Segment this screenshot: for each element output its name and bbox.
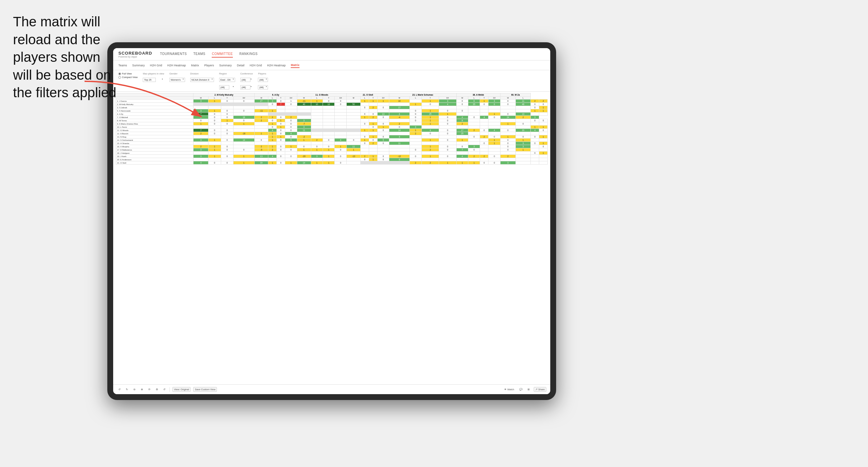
matrix-cell: 0 bbox=[234, 99, 254, 103]
matrix-cell: 1 bbox=[422, 99, 439, 103]
sub-nav-detail[interactable]: Detail bbox=[237, 63, 245, 68]
refresh-button[interactable]: ⟳ bbox=[147, 387, 152, 392]
player-name-cell: 14. S Srichantamit bbox=[116, 138, 193, 142]
watch-button[interactable]: 👁 Watch bbox=[503, 387, 516, 392]
settings-button[interactable]: ⚙ bbox=[154, 387, 159, 392]
zoom-out-button[interactable]: ⊖ bbox=[132, 387, 137, 392]
matrix-cell bbox=[409, 106, 422, 109]
save-custom-button[interactable]: Save Custom View bbox=[193, 387, 217, 392]
matrix-cell: 27 bbox=[254, 99, 268, 103]
sub-t6: T bbox=[480, 97, 489, 99]
max-players-select[interactable]: Top 25 bbox=[143, 78, 156, 82]
compact-view-radio[interactable]: Compact View bbox=[118, 76, 137, 79]
sub-nav-matrix-1[interactable]: Matrix bbox=[191, 63, 199, 68]
matrix-cell: 2 bbox=[516, 116, 531, 119]
matrix-cell: 0 bbox=[208, 116, 221, 119]
matrix-cell bbox=[297, 113, 311, 116]
matrix-cell bbox=[422, 152, 439, 155]
sub-nav-matrix-2[interactable]: Matrix bbox=[291, 63, 300, 68]
matrix-cell: 13 bbox=[254, 155, 268, 158]
sub-nav-players[interactable]: Players bbox=[204, 63, 214, 68]
sub-nav-h2h-grid-1[interactable]: H2H Grid bbox=[150, 63, 162, 68]
matrix-cell: 0 bbox=[456, 109, 468, 113]
matrix-cell: 1 bbox=[531, 126, 539, 129]
matrix-cell bbox=[361, 119, 369, 122]
sub-nav-h2h-heatmap-2[interactable]: H2H Heatmap bbox=[267, 63, 285, 68]
nav-item-committee[interactable]: COMMITTEE bbox=[212, 51, 233, 58]
matrix-cell bbox=[361, 145, 369, 148]
matrix-cell: 3 bbox=[516, 145, 531, 148]
matrix-cell bbox=[369, 152, 377, 155]
matrix-cell bbox=[254, 106, 268, 109]
share-button[interactable]: ↗ Share bbox=[534, 387, 546, 392]
matrix-cell bbox=[377, 109, 389, 113]
matrix-cell: 17 bbox=[389, 106, 409, 109]
undo-button[interactable]: ↺ bbox=[117, 387, 122, 392]
nav-item-teams[interactable]: TEAMS bbox=[193, 51, 205, 58]
matrix-cell: 1 bbox=[369, 155, 377, 158]
division-select[interactable]: NCAA Division II bbox=[190, 78, 214, 82]
zoom-in-button[interactable]: ⊕ bbox=[140, 387, 145, 392]
nav-item-tournaments[interactable]: TOURNAMENTS bbox=[160, 51, 187, 58]
nav-item-rankings[interactable]: RANKINGS bbox=[239, 51, 257, 58]
region-select[interactable]: East - DII bbox=[219, 78, 235, 82]
gender-select[interactable]: Women's bbox=[169, 78, 185, 82]
matrix-cell: 1 bbox=[268, 122, 277, 126]
view-original-button[interactable]: View: Original bbox=[173, 387, 191, 392]
matrix-cell: 0 bbox=[361, 158, 369, 161]
matrix-cell: 0 bbox=[456, 99, 468, 103]
table-row: 9. A Maria Jimenez Rios1001100-701021021… bbox=[116, 122, 548, 126]
matrix-cell bbox=[193, 135, 209, 138]
matrix-cell: 50 bbox=[347, 103, 361, 106]
matrix-cell: 0 bbox=[285, 126, 297, 129]
sub-nav-h2h-heatmap-1[interactable]: H2H Heatmap bbox=[167, 63, 186, 68]
matrix-cell: 3 bbox=[193, 138, 209, 142]
matrix-cell: 4 bbox=[193, 161, 209, 164]
matrix-cell: 0 bbox=[377, 129, 389, 132]
sub-nav-h2h-grid-2[interactable]: H2H Grid bbox=[250, 63, 262, 68]
redo-button[interactable]: ↻ bbox=[125, 387, 129, 392]
reset-button[interactable]: ↺ bbox=[162, 387, 167, 392]
matrix-cell: 0 bbox=[221, 109, 234, 113]
sub-nav-summary-2[interactable]: Summary bbox=[219, 63, 232, 68]
matrix-cell: 3 bbox=[500, 161, 516, 164]
matrix-cell: 0 bbox=[377, 122, 389, 126]
matrix-cell bbox=[377, 148, 389, 152]
matrix-cell bbox=[409, 135, 422, 138]
matrix-cell bbox=[361, 103, 369, 106]
matrix-cell bbox=[323, 109, 335, 113]
matrix-cell bbox=[234, 142, 254, 145]
conference-select[interactable]: (All) bbox=[240, 78, 250, 82]
matrix-cell: 0 bbox=[277, 99, 285, 103]
sub-t1: T bbox=[221, 97, 234, 99]
sub-l7: L bbox=[516, 97, 531, 99]
matrix-cell: 1 bbox=[422, 109, 439, 113]
matrix-cell bbox=[254, 122, 268, 126]
nav-items: TOURNAMENTS TEAMS COMMITTEE RANKINGS bbox=[160, 51, 257, 58]
conference-select-2[interactable]: (All) bbox=[240, 85, 250, 89]
matrix-cell bbox=[516, 152, 531, 155]
comment-button[interactable]: 💬 bbox=[518, 387, 524, 392]
matrix-cell: -4 bbox=[389, 116, 409, 119]
matrix-cell bbox=[377, 152, 389, 155]
region-select-2[interactable]: (All) bbox=[219, 85, 229, 89]
sub-w6: W bbox=[456, 97, 468, 99]
full-view-radio[interactable]: Full View bbox=[118, 72, 137, 75]
matrix-cell: 0 bbox=[221, 155, 234, 158]
matrix-cell bbox=[347, 161, 361, 164]
matrix-cell: 0 bbox=[361, 122, 369, 126]
players-select[interactable]: (All) bbox=[258, 78, 268, 82]
matrix-cell bbox=[347, 129, 361, 132]
layout-button[interactable]: ⊞ bbox=[526, 387, 531, 392]
sub-nav-teams[interactable]: Teams bbox=[118, 63, 127, 68]
matrix-cell: 0 bbox=[221, 116, 234, 119]
matrix-cell: 1 bbox=[422, 155, 439, 158]
matrix-cell: 0 bbox=[234, 109, 254, 113]
matrix-cell: 0 bbox=[277, 116, 285, 119]
matrix-cell bbox=[208, 158, 221, 161]
tablet-screen: SCOREBOARD Powered by clippd TOURNAMENTS… bbox=[113, 48, 550, 394]
players-select-2[interactable]: (All) bbox=[258, 85, 268, 89]
matrix-cell bbox=[468, 119, 480, 122]
sub-nav-summary-1[interactable]: Summary bbox=[132, 63, 145, 68]
matrix-cell: 1 bbox=[369, 135, 377, 138]
